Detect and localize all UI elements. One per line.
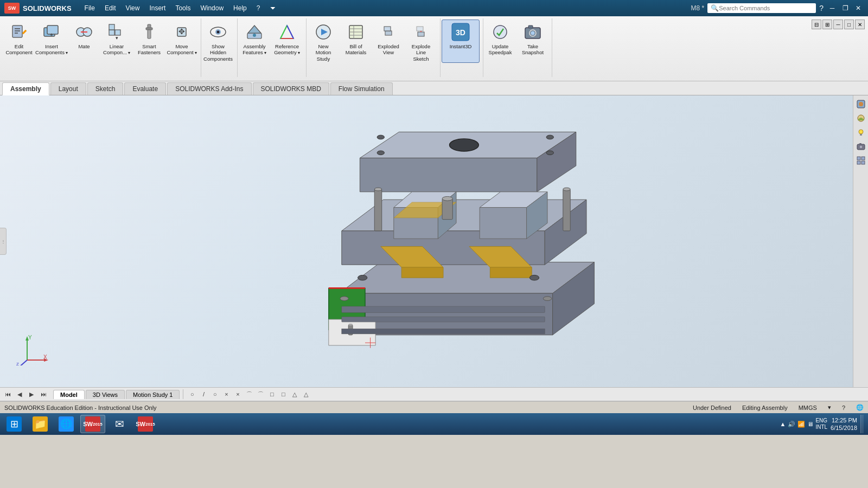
nav-first-btn[interactable]: ⏮ bbox=[2, 389, 13, 400]
edit-component-btn[interactable]: EditComponent bbox=[3, 20, 35, 63]
toolbar: EditComponent + InsertComponents▾ Mate ▾… bbox=[0, 16, 868, 81]
tray-lang[interactable]: ENGINTL bbox=[815, 418, 827, 431]
take-snapshot-btn[interactable]: TakeSnapshot bbox=[517, 20, 548, 63]
tray-up-arrow[interactable]: ▲ bbox=[780, 421, 786, 427]
toolbar-group-5: 3D Instant3D bbox=[441, 18, 483, 77]
menu-window[interactable]: Window bbox=[196, 3, 228, 13]
solidworks-2015-btn-2[interactable]: SW2015 bbox=[133, 415, 157, 433]
menu-tools[interactable]: Tools bbox=[171, 3, 195, 13]
move-component-btn[interactable]: ✥ MoveComponent▾ bbox=[166, 20, 197, 63]
reference-geometry-btn[interactable]: ReferenceGeometry▾ bbox=[271, 20, 303, 63]
panel-grid-icon[interactable]: ⊟ bbox=[812, 20, 821, 29]
solidworks-2015-btn-1[interactable]: SW2015 bbox=[80, 415, 105, 433]
help-icon[interactable]: ? bbox=[819, 4, 824, 12]
tray-display[interactable]: 🖥 bbox=[807, 421, 813, 427]
svg-rect-40 bbox=[418, 32, 424, 36]
nav-last-btn[interactable]: ⏭ bbox=[38, 389, 49, 400]
nav-next-btn[interactable]: ▶ bbox=[26, 389, 37, 400]
bill-of-materials-label: Bill ofMaterials bbox=[346, 43, 367, 56]
tab-evaluate[interactable]: Evaluate bbox=[124, 82, 166, 95]
svg-point-62 bbox=[378, 151, 385, 155]
svg-text:+: + bbox=[50, 32, 53, 38]
linear-component-btn[interactable]: ▾ LinearCompon...▾ bbox=[101, 20, 132, 63]
search-input[interactable] bbox=[719, 5, 800, 11]
file-explorer-btn[interactable]: 📁 bbox=[28, 415, 52, 433]
left-panel-handle[interactable]: ⋮ bbox=[0, 228, 7, 255]
sw2015-icon-1: SW2015 bbox=[85, 416, 100, 432]
restore-btn[interactable]: ❐ bbox=[840, 3, 851, 14]
rp-lights-btn[interactable] bbox=[854, 126, 867, 139]
panel-close-icon[interactable]: ✕ bbox=[855, 20, 865, 29]
tab-solidworks-addins[interactable]: SOLIDWORKS Add-Ins bbox=[167, 82, 251, 95]
sketch-arc-btn[interactable]: ○ bbox=[209, 389, 220, 400]
sketch-x1-btn[interactable]: × bbox=[221, 389, 232, 400]
tab-assembly[interactable]: Assembly bbox=[2, 82, 49, 95]
menu-view[interactable]: View bbox=[122, 3, 144, 13]
new-motion-study-btn[interactable]: NewMotionStudy bbox=[308, 20, 339, 63]
bottom-tab-model[interactable]: Model bbox=[53, 390, 85, 399]
show-hidden-btn[interactable]: ShowHiddenComponents bbox=[202, 20, 234, 63]
menu-insert[interactable]: Insert bbox=[145, 3, 170, 13]
sketch-triangle-btn[interactable]: △ bbox=[289, 389, 300, 400]
status-question[interactable]: ? bbox=[842, 404, 845, 411]
menu-help[interactable]: Help bbox=[229, 3, 251, 13]
svg-rect-37 bbox=[385, 31, 392, 35]
insert-components-btn[interactable]: + InsertComponents▾ bbox=[36, 20, 67, 63]
svg-marker-26 bbox=[280, 25, 293, 38]
menu-edit[interactable]: Edit bbox=[100, 3, 120, 13]
rp-display-btn[interactable] bbox=[854, 154, 867, 167]
sketch-rect-btn[interactable]: □ bbox=[266, 389, 277, 400]
sketch-rect2-btn[interactable]: □ bbox=[278, 389, 289, 400]
clock-date: 6/15/2018 bbox=[831, 424, 857, 432]
svg-rect-107 bbox=[860, 134, 862, 136]
svg-point-22 bbox=[217, 31, 220, 34]
close-btn[interactable]: ✕ bbox=[853, 3, 864, 14]
sketch-circle-btn[interactable]: ○ bbox=[187, 389, 197, 400]
instant3d-btn[interactable]: 3D Instant3D bbox=[442, 20, 480, 63]
sketch-arc2-btn[interactable]: ⌒ bbox=[244, 389, 254, 400]
svg-text:3D: 3D bbox=[456, 28, 465, 37]
sketch-poly-btn[interactable]: △ bbox=[301, 389, 311, 400]
assembly-features-btn[interactable]: AssemblyFeatures▾ bbox=[239, 20, 270, 63]
app-logo: SW SOLIDWORKS bbox=[4, 3, 72, 14]
bottom-tab-motion-study[interactable]: Motion Study 1 bbox=[126, 390, 180, 399]
show-desktop-btn[interactable] bbox=[860, 415, 864, 433]
tray-network[interactable]: 📶 bbox=[797, 421, 805, 428]
internet-explorer-btn[interactable]: 🌐 bbox=[54, 415, 78, 433]
status-units-arrow[interactable]: ▾ bbox=[828, 404, 831, 411]
sketch-arc3-btn[interactable]: ⌒ bbox=[255, 389, 266, 400]
winmail-btn[interactable]: ✉ bbox=[107, 415, 131, 433]
start-button[interactable]: ⊞ bbox=[2, 415, 26, 433]
explode-line-sketch-btn[interactable]: ExplodeLineSketch bbox=[405, 20, 437, 63]
sketch-x2-btn[interactable]: × bbox=[232, 389, 243, 400]
viewport[interactable]: Y X Z ⋮ bbox=[0, 95, 853, 387]
rp-appearance-btn[interactable] bbox=[854, 98, 867, 111]
rp-scene-btn[interactable] bbox=[854, 112, 867, 125]
panel-minimize-icon[interactable]: ─ bbox=[833, 20, 843, 29]
sketch-line-btn[interactable]: / bbox=[198, 389, 209, 400]
tab-layout[interactable]: Layout bbox=[50, 82, 86, 95]
bill-of-materials-btn[interactable]: Bill ofMaterials bbox=[340, 20, 372, 63]
exploded-view-btn[interactable]: ExplodedView bbox=[373, 20, 404, 63]
nav-prev-btn[interactable]: ◀ bbox=[14, 389, 25, 400]
update-speedpak-btn[interactable]: UpdateSpeedpak bbox=[484, 20, 516, 63]
tab-solidworks-mbd[interactable]: SOLIDWORKS MBD bbox=[253, 82, 329, 95]
tray-volume[interactable]: 🔊 bbox=[788, 421, 795, 428]
svg-point-59 bbox=[450, 139, 479, 151]
clock[interactable]: 12:25 PM 6/15/2018 bbox=[831, 416, 857, 432]
svg-text:▾: ▾ bbox=[116, 35, 118, 41]
svg-rect-111 bbox=[857, 157, 860, 160]
arrow-btn[interactable]: ⏷ bbox=[265, 3, 280, 13]
tab-sketch[interactable]: Sketch bbox=[87, 82, 124, 95]
svg-point-80 bbox=[443, 196, 453, 201]
mate-btn[interactable]: Mate bbox=[68, 20, 100, 63]
rp-camera-btn[interactable] bbox=[854, 140, 867, 153]
menu-help2[interactable]: ? bbox=[252, 3, 265, 13]
menu-file[interactable]: File bbox=[80, 3, 99, 13]
panel-restore-icon[interactable]: □ bbox=[844, 20, 854, 29]
panel-2col-icon[interactable]: ⊞ bbox=[822, 20, 832, 29]
smart-fasteners-btn[interactable]: SmartFasteners bbox=[133, 20, 165, 63]
bottom-tab-3dviews[interactable]: 3D Views bbox=[86, 390, 125, 399]
tab-flow-simulation[interactable]: Flow Simulation bbox=[330, 82, 393, 95]
minimize-btn[interactable]: ─ bbox=[827, 3, 838, 14]
